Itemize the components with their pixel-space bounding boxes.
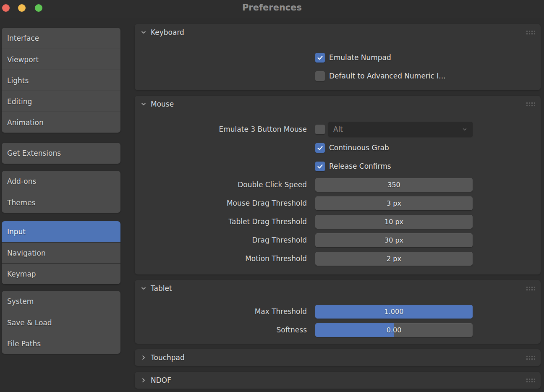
panel-ndof-header[interactable]: NDOF: [135, 372, 541, 389]
panel-ndof: NDOF: [135, 372, 541, 389]
mouse-drag-threshold-field[interactable]: 3 px: [315, 196, 473, 210]
max-threshold-value: 1.000: [315, 305, 473, 319]
sidebar-item-navigation[interactable]: Navigation: [2, 242, 120, 263]
tablet-drag-threshold-row: Tablet Drag Threshold 10 px: [135, 212, 541, 231]
tablet-drag-threshold-field[interactable]: 10 px: [315, 215, 473, 229]
chevron-right-icon: [140, 354, 147, 361]
panel-drag-grip[interactable]: [526, 287, 535, 290]
panel-title: Touchpad: [151, 353, 185, 362]
preferences-sidebar: Interface Viewport Lights Editing Animat…: [2, 0, 120, 392]
panel-drag-grip[interactable]: [526, 356, 535, 360]
emulate-numpad-row: Emulate Numpad: [135, 48, 541, 67]
panel-keyboard-body: Emulate Numpad Default to Advanced Numer…: [135, 41, 541, 85]
panel-keyboard: Keyboard Emulate Numpad Default to Advan…: [135, 24, 541, 90]
continuous-grab-label: Continuous Grab: [329, 144, 389, 152]
softness-value: 0.00: [315, 323, 473, 337]
sidebar-item-themes[interactable]: Themes: [2, 192, 120, 213]
drag-threshold-label: Drag Threshold: [135, 236, 307, 244]
advanced-numeric-row: Default to Advanced Numeric I...: [135, 67, 541, 85]
chevron-down-icon: [140, 101, 147, 107]
panel-drag-grip[interactable]: [526, 31, 535, 34]
motion-threshold-row: Motion Threshold 2 px: [135, 249, 541, 268]
chevron-down-icon: [140, 29, 147, 36]
mouse-drag-threshold-label: Mouse Drag Threshold: [135, 199, 307, 207]
sidebar-item-addons[interactable]: Add-ons: [2, 171, 120, 192]
preferences-window: Preferences Interface Viewport Lights Ed…: [0, 0, 544, 392]
release-confirms-checkbox[interactable]: [315, 162, 325, 171]
panel-keyboard-header[interactable]: Keyboard: [135, 24, 541, 41]
sidebar-item-editing[interactable]: Editing: [2, 91, 120, 112]
sidebar-item-get-extensions[interactable]: Get Extensions: [2, 143, 120, 164]
panel-touchpad-header[interactable]: Touchpad: [135, 349, 541, 366]
sidebar-group-system: System Save & Load File Paths: [2, 291, 120, 354]
panel-title: Keyboard: [151, 28, 184, 37]
double-click-speed-row: Double Click Speed 350: [135, 175, 541, 194]
max-threshold-label: Max Threshold: [135, 307, 307, 316]
advanced-numeric-label: Default to Advanced Numeric I...: [329, 72, 446, 80]
mouse-drag-threshold-row: Mouse Drag Threshold 3 px: [135, 194, 541, 212]
advanced-numeric-checkbox[interactable]: [315, 71, 325, 81]
tablet-drag-threshold-label: Tablet Drag Threshold: [135, 217, 307, 226]
panel-touchpad: Touchpad: [135, 349, 541, 366]
preferences-content: Keyboard Emulate Numpad Default to Advan…: [135, 0, 541, 392]
panel-title: NDOF: [151, 376, 171, 384]
panel-tablet-body: Max Threshold 1.000 Softness 0.00: [135, 297, 541, 339]
sidebar-item-input[interactable]: Input: [2, 221, 120, 242]
sidebar-item-save-load[interactable]: Save & Load: [2, 312, 120, 333]
panel-title: Tablet: [151, 284, 172, 293]
panel-mouse-body: Emulate 3 Button Mouse Alt: [135, 112, 541, 268]
panel-drag-grip[interactable]: [526, 102, 535, 106]
motion-threshold-field[interactable]: 2 px: [315, 252, 473, 266]
max-threshold-row: Max Threshold 1.000: [135, 302, 541, 321]
emulate-numpad-checkbox[interactable]: [315, 53, 325, 63]
softness-row: Softness 0.00: [135, 321, 541, 339]
emulate-3-button-mouse-label: Emulate 3 Button Mouse: [135, 125, 307, 133]
sidebar-group-input: Input Navigation Keymap: [2, 221, 120, 284]
sidebar-group-addons: Add-ons Themes: [2, 171, 120, 213]
panel-tablet-header[interactable]: Tablet: [135, 280, 541, 297]
double-click-speed-label: Double Click Speed: [135, 180, 307, 189]
chevron-right-icon: [140, 377, 147, 384]
sidebar-item-file-paths[interactable]: File Paths: [2, 333, 120, 354]
drag-threshold-row: Drag Threshold 30 px: [135, 231, 541, 249]
panel-title: Mouse: [151, 100, 174, 108]
chevron-down-icon: [462, 126, 468, 132]
panel-mouse-header[interactable]: Mouse: [135, 96, 541, 112]
sidebar-item-animation[interactable]: Animation: [2, 112, 120, 133]
max-threshold-slider[interactable]: 1.000: [315, 305, 473, 319]
drag-threshold-field[interactable]: 30 px: [315, 233, 473, 247]
release-confirms-label: Release Confirms: [329, 162, 391, 170]
continuous-grab-row: Continuous Grab: [135, 139, 541, 157]
continuous-grab-checkbox[interactable]: [315, 143, 325, 153]
sidebar-item-keymap[interactable]: Keymap: [2, 263, 120, 284]
chevron-down-icon: [140, 285, 147, 292]
sidebar-item-lights[interactable]: Lights: [2, 70, 120, 91]
release-confirms-row: Release Confirms: [135, 157, 541, 175]
sidebar-item-interface[interactable]: Interface: [2, 28, 120, 49]
sidebar-group-extensions: Get Extensions: [2, 143, 120, 164]
emulate-numpad-label: Emulate Numpad: [329, 53, 391, 62]
panel-drag-grip[interactable]: [526, 379, 535, 382]
double-click-speed-field[interactable]: 350: [315, 178, 473, 192]
modifier-select: Alt: [328, 122, 473, 137]
sidebar-item-viewport[interactable]: Viewport: [2, 49, 120, 70]
modifier-select-value: Alt: [333, 125, 343, 133]
panel-tablet: Tablet Max Threshold 1.000 Softness 0.00: [135, 280, 541, 344]
sidebar-group-general: Interface Viewport Lights Editing Animat…: [2, 28, 120, 133]
emulate-3-button-mouse-row: Emulate 3 Button Mouse Alt: [135, 120, 541, 139]
motion-threshold-label: Motion Threshold: [135, 254, 307, 263]
softness-label: Softness: [135, 326, 307, 334]
emulate-3-button-mouse-checkbox[interactable]: [315, 125, 325, 134]
sidebar-item-system[interactable]: System: [2, 291, 120, 312]
panel-mouse: Mouse Emulate 3 Button Mouse Alt: [135, 96, 541, 274]
softness-slider[interactable]: 0.00: [315, 323, 473, 337]
